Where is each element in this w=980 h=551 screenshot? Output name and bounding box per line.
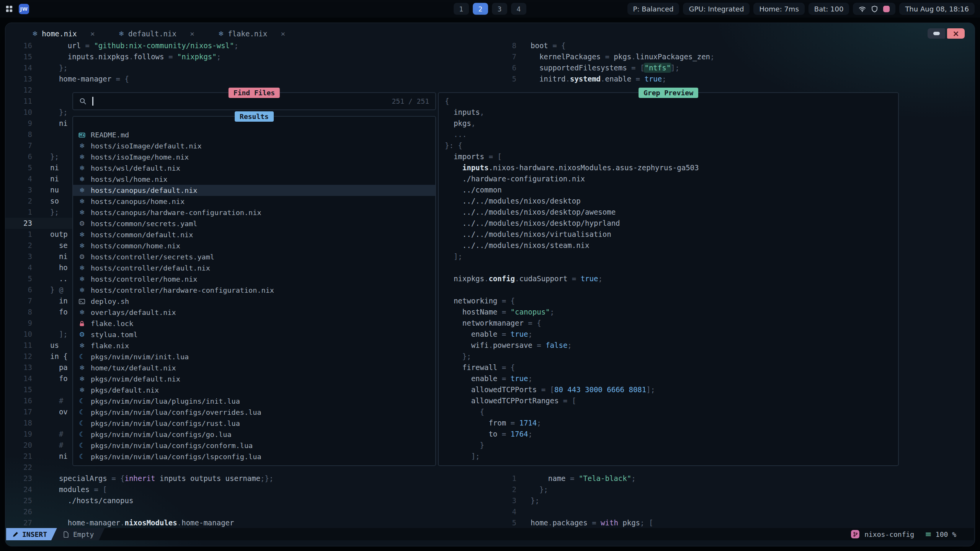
workspace-button-2[interactable]: 2: [473, 3, 488, 15]
result-item[interactable]: ☾pkgs/nvim/nvim/lua/configs/lspconfig.lu…: [73, 451, 435, 462]
result-item[interactable]: ❄hosts/canopus/hardware-configuration.ni…: [73, 207, 435, 218]
result-item[interactable]: ❄hosts/controller/default.nix: [73, 262, 435, 274]
preview-line: {: [445, 406, 896, 417]
close-tab-icon[interactable]: ×: [90, 30, 95, 37]
result-item[interactable]: ❄pkgs/nvim/default.nix: [73, 373, 435, 385]
line-number: 10: [5, 107, 32, 118]
right-editor-pane-top[interactable]: 8boot = {7 kernelPackages = pkgs.linuxPa…: [426, 40, 975, 85]
result-item[interactable]: ❄hosts/wsl/home.nix: [73, 174, 435, 185]
code-line[interactable]: 23 specialArgs = {inherit inputs outputs…: [5, 473, 426, 484]
result-item[interactable]: ❄hosts/isoImage/default.nix: [73, 140, 435, 152]
preview-line: enable = true;: [445, 329, 896, 340]
result-item[interactable]: ❄hosts/controller/home.nix: [73, 274, 435, 285]
code-line[interactable]: 24 modules = [: [5, 484, 426, 495]
preview-code: { inputs, pkgs, ...}: { imports = [ inpu…: [445, 96, 896, 462]
code-line[interactable]: 6 supportedFilesystems = ["ntfs"];: [426, 62, 975, 73]
text-cursor: [92, 97, 93, 106]
line-number: 1: [5, 207, 32, 218]
shield-icon[interactable]: [871, 5, 878, 13]
result-label: stylua.toml: [91, 329, 138, 340]
code-line[interactable]: 13 home-manager = {: [5, 73, 426, 85]
result-item[interactable]: ☾pkgs/nvim/nvim/lua/configs/conform.lua: [73, 440, 435, 451]
result-item[interactable]: ⚙hosts/common/secrets.yaml: [73, 218, 435, 229]
yaml-file-icon: ⚙: [78, 218, 86, 229]
result-item[interactable]: ❄hosts/controller/hardware-configuration…: [73, 285, 435, 296]
workspace-button-1[interactable]: 1: [454, 3, 469, 15]
result-item[interactable]: ❄home/tux/default.nix: [73, 362, 435, 373]
line-number: 5: [5, 162, 32, 173]
code-line[interactable]: 5home.packages = with pkgs; [: [426, 517, 975, 528]
tab-label: flake.nix: [228, 29, 267, 38]
result-label: README.md: [91, 129, 129, 140]
result-item[interactable]: ☾pkgs/nvim/nvim/lua/configs/rust.lua: [73, 418, 435, 429]
line-number: 21: [5, 451, 32, 462]
close-tab-icon[interactable]: ×: [190, 30, 194, 37]
result-label: hosts/controller/default.nix: [91, 262, 210, 274]
line-number: 8: [5, 129, 32, 140]
line-number: 23: [5, 473, 32, 484]
line-number: 13: [5, 73, 32, 85]
code-line[interactable]: 5 initrd.systemd.enable = true;: [426, 73, 975, 85]
result-item[interactable]: ❄hosts/common/home.nix: [73, 240, 435, 251]
code-line[interactable]: 27 home-manager.nixosModules.home-manage…: [5, 517, 426, 528]
close-window-button[interactable]: ×: [947, 28, 965, 39]
result-item[interactable]: ❄hosts/common/default.nix: [73, 229, 435, 240]
code-line[interactable]: 26: [5, 506, 426, 517]
result-item[interactable]: ☾pkgs/nvim/nvim/lua/plugins/init.lua: [73, 396, 435, 407]
result-label: flake.lock: [91, 318, 133, 329]
results-title: Results: [235, 111, 274, 122]
neovim-window: ❄ home.nix × ❄ default.nix × ❄ flake.nix…: [5, 23, 975, 546]
nix-file-icon: ❄: [78, 307, 86, 318]
right-editor-pane-bottom[interactable]: 1 name = "Tela-black";2 };3};45home.pack…: [426, 473, 975, 528]
line-number: 24: [5, 484, 32, 495]
result-item[interactable]: ❄hosts/isoImage/home.nix: [73, 152, 435, 163]
result-item[interactable]: ❄hosts/canopus/default.nix: [73, 185, 435, 196]
lua-file-icon: ☾: [78, 407, 86, 418]
code-line[interactable]: 25 ./hosts/canopus: [5, 495, 426, 506]
close-tab-icon[interactable]: ×: [281, 30, 285, 37]
result-item[interactable]: ⚙hosts/controller/secrets.yaml: [73, 251, 435, 262]
result-item[interactable]: deploy.sh: [73, 296, 435, 307]
result-item[interactable]: ❄hosts/canopus/home.nix: [73, 196, 435, 207]
code-line[interactable]: 8boot = {: [426, 40, 975, 51]
code-line[interactable]: 7 kernelPackages = pkgs.linuxPackages_ze…: [426, 51, 975, 62]
preview-line: }: {: [445, 140, 896, 151]
result-item[interactable]: ❄overlays/default.nix: [73, 307, 435, 318]
tab-default-nix[interactable]: ❄ default.nix ×: [119, 29, 194, 38]
topbar: JW 1 2 3 4 P: Balanced GPU: Integrated H…: [0, 0, 980, 18]
result-label: hosts/controller/hardware-configuration.…: [91, 285, 274, 296]
result-item[interactable]: ☾pkgs/nvim/nvim/lua/configs/overrides.lu…: [73, 407, 435, 418]
result-item[interactable]: flake.lock: [73, 318, 435, 329]
find-files-prompt[interactable]: Find Files 251 / 251: [72, 92, 436, 110]
tab-flake-nix[interactable]: ❄ flake.nix ×: [218, 29, 285, 38]
result-item[interactable]: ⚙stylua.toml: [73, 329, 435, 340]
tab-label: home.nix: [42, 29, 77, 38]
preview-line: [445, 262, 896, 273]
palette-icon[interactable]: [883, 6, 890, 12]
result-label: hosts/common/default.nix: [91, 229, 193, 240]
tab-home-nix[interactable]: ❄ home.nix ×: [32, 29, 95, 38]
pin-toggle-button[interactable]: [928, 28, 945, 39]
result-item[interactable]: ❄hosts/wsl/default.nix: [73, 163, 435, 174]
code-line[interactable]: 3};: [426, 495, 975, 506]
result-item[interactable]: ☾pkgs/nvim/nvim/lua/configs/go.lua: [73, 429, 435, 440]
code-line[interactable]: 1 name = "Tela-black";: [426, 473, 975, 484]
code-line[interactable]: 15 inputs.nixpkgs.follows = "nixpkgs";: [5, 51, 426, 62]
code-line[interactable]: 16 url = "github:nix-community/nixos-wsl…: [5, 40, 426, 51]
distro-logo[interactable]: JW: [19, 4, 29, 14]
workspace-button-3[interactable]: 3: [492, 3, 507, 15]
code-line[interactable]: 4: [426, 506, 975, 517]
workspace-button-4[interactable]: 4: [511, 3, 526, 15]
result-label: pkgs/nvim/default.nix: [91, 373, 180, 385]
preview-line: ../../modules/nixos/desktop/hyprland: [445, 218, 896, 229]
code-line[interactable]: 2 };: [426, 484, 975, 495]
result-item[interactable]: ☾pkgs/nvim/nvim/init.lua: [73, 351, 435, 362]
code-line[interactable]: 14 };: [5, 62, 426, 73]
clock[interactable]: Thu Aug 08, 18:16: [899, 3, 975, 15]
wifi-icon[interactable]: [859, 5, 866, 13]
result-item[interactable]: README.md: [73, 129, 435, 140]
result-item[interactable]: ❄pkgs/default.nix: [73, 385, 435, 396]
file-icon: [63, 531, 69, 538]
result-item[interactable]: ❄flake.nix: [73, 340, 435, 351]
apps-grid-icon[interactable]: [5, 5, 13, 13]
